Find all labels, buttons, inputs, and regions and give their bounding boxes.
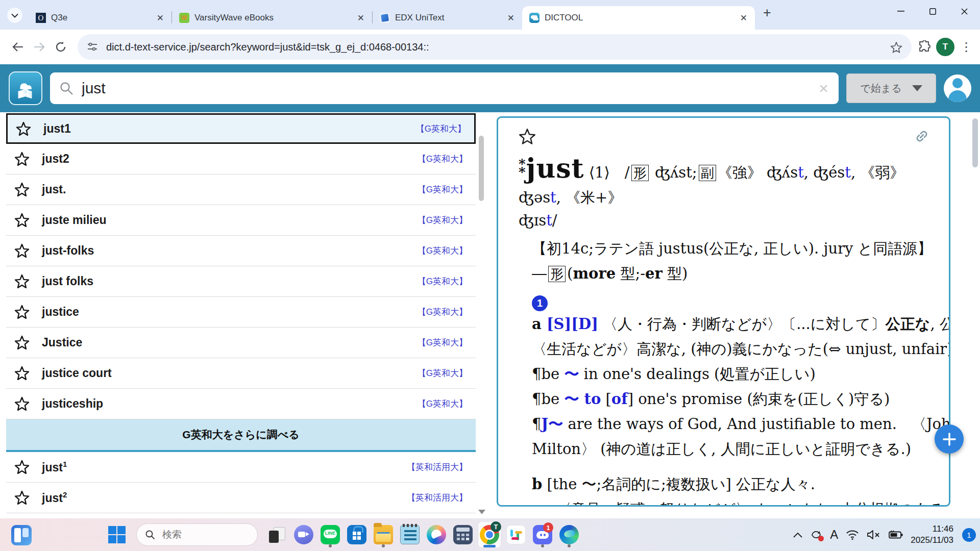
dictool-logo-icon[interactable] xyxy=(9,71,42,105)
volume-muted-icon[interactable] xyxy=(867,530,880,540)
taskbar-app-slack[interactable] xyxy=(504,521,528,548)
bookmark-star-icon[interactable] xyxy=(890,41,902,53)
window-minimize-button[interactable] xyxy=(885,0,917,22)
add-button[interactable] xyxy=(935,424,964,454)
taskbar-search-box[interactable] xyxy=(136,523,258,546)
taskbar-app-chrome[interactable]: T xyxy=(478,521,501,548)
word-list-item[interactable]: justice court【G英和大】 xyxy=(6,358,476,389)
notepad-icon xyxy=(400,525,420,544)
search-mode-label: で始まる xyxy=(860,82,901,95)
forward-button[interactable] xyxy=(29,36,50,58)
taskbar-app-line[interactable] xyxy=(318,521,342,548)
taskbar-app-teams-chat[interactable] xyxy=(292,521,315,548)
tab-close-icon[interactable]: ✕ xyxy=(355,12,367,24)
favorite-entry-star-icon[interactable] xyxy=(519,128,536,145)
tab-close-icon[interactable]: ✕ xyxy=(738,12,750,24)
window-controls xyxy=(885,0,980,22)
browser-profile-avatar[interactable]: T xyxy=(936,38,954,56)
tab-search-button[interactable] xyxy=(7,8,22,23)
favorite-star-icon[interactable] xyxy=(14,335,30,350)
favorite-star-icon[interactable] xyxy=(14,243,30,258)
word-list-item[interactable]: just1【英和活用大】 xyxy=(6,452,476,483)
cloud-book-logo-icon xyxy=(14,77,37,100)
tab-title: EDX UniText xyxy=(395,13,500,23)
favorite-star-icon[interactable] xyxy=(14,182,30,197)
browser-tab-edx-unitext[interactable]: EDX UniText✕ xyxy=(373,6,522,30)
clear-search-icon[interactable]: × xyxy=(818,80,829,96)
favorite-star-icon[interactable] xyxy=(14,396,30,411)
taskbar-app-discord[interactable]: 1 xyxy=(531,521,554,548)
favorite-star-icon[interactable] xyxy=(14,460,30,474)
taskbar-app-file-explorer[interactable] xyxy=(372,521,395,548)
system-tray: A 11:46 2025/11/03 1 xyxy=(793,518,976,551)
dictionary-source-label: 【G英和大】 xyxy=(418,337,468,348)
word-list-item[interactable]: just1【G英和大】 xyxy=(6,113,476,144)
wifi-icon[interactable] xyxy=(846,530,859,540)
battery-icon[interactable] xyxy=(888,530,903,539)
browser-menu-button[interactable]: ⋮ xyxy=(960,40,973,54)
q3e-favicon-icon: O xyxy=(36,13,46,23)
favorite-star-icon[interactable] xyxy=(14,490,30,505)
dictionary-source-label: 【英和活用大】 xyxy=(407,492,468,504)
tab-close-icon[interactable]: ✕ xyxy=(154,12,166,24)
word-list-item[interactable]: just2【G英和大】 xyxy=(6,144,476,174)
window-maximize-button[interactable] xyxy=(917,0,948,22)
word-list-item[interactable]: justiceship【G英和大】 xyxy=(6,389,476,419)
page-scrollbar[interactable] xyxy=(971,114,979,516)
notification-badge[interactable]: 1 xyxy=(962,528,976,542)
word-list-scrollbar-thumb[interactable] xyxy=(479,136,484,201)
word-list-item[interactable]: just-folks【G英和大】 xyxy=(6,236,476,266)
search-more-section-button[interactable]: G英和大をさらに調べる xyxy=(6,419,476,452)
window-close-button[interactable] xyxy=(948,0,980,22)
favorite-star-icon[interactable] xyxy=(14,305,30,319)
new-tab-button[interactable]: + xyxy=(763,5,771,21)
entry-text-line: 1 xyxy=(532,287,929,312)
page-scrollbar-thumb[interactable] xyxy=(972,118,978,167)
reload-button[interactable] xyxy=(50,36,71,58)
taskbar-app-edge[interactable] xyxy=(557,521,581,548)
favorite-star-icon[interactable] xyxy=(14,274,30,289)
favorite-star-icon[interactable] xyxy=(16,121,31,136)
ime-mode-indicator[interactable]: A xyxy=(830,528,838,542)
user-avatar[interactable] xyxy=(944,74,971,102)
entry-text-line: 〈生活などが〉高潔な, (神の)義にかなった(⇔ unjust, unfair) xyxy=(532,337,929,362)
favorite-star-icon[interactable] xyxy=(14,152,30,166)
entry-link-icon[interactable] xyxy=(914,129,929,144)
start-button[interactable] xyxy=(105,521,129,548)
taskbar-app-copilot[interactable] xyxy=(425,521,448,548)
search-icon xyxy=(59,81,74,95)
word-list-item[interactable]: justice【G英和大】 xyxy=(6,297,476,328)
sync-status-icon[interactable] xyxy=(810,529,822,540)
word-list-scrollbar[interactable] xyxy=(478,113,485,515)
taskbar-widgets-button[interactable] xyxy=(11,525,32,545)
dictionary-source-label: 【G英和大】 xyxy=(418,367,468,379)
word-label: just2 xyxy=(42,152,69,166)
search-input[interactable] xyxy=(81,79,818,97)
word-list-item[interactable]: juste milieu【G英和大】 xyxy=(6,205,476,236)
word-list-item[interactable]: just.【G英和大】 xyxy=(6,174,476,205)
entry-text-line: ¶be 〜 to [of] one's promise (約束を(正しく)守る) xyxy=(532,387,929,412)
taskbar-search-input[interactable] xyxy=(161,529,240,541)
taskbar-app-calculator[interactable] xyxy=(451,521,475,548)
tray-chevron-up-icon[interactable] xyxy=(793,532,802,538)
browser-tab-dictool[interactable]: DICTOOL✕ xyxy=(522,6,755,30)
taskbar-clock[interactable]: 11:46 2025/11/03 xyxy=(911,523,953,546)
word-label: Justice xyxy=(42,336,82,349)
dropdown-arrow-icon xyxy=(912,85,922,91)
favorite-star-icon[interactable] xyxy=(14,213,30,228)
browser-tab-q3e[interactable]: OQ3e✕ xyxy=(29,6,172,30)
word-list-item[interactable]: just2【英和活用大】 xyxy=(6,483,476,513)
browser-tab-varsitywave-ebooks[interactable]: WVarsityWave eBooks✕ xyxy=(172,6,372,30)
word-list-item[interactable]: Justice【G英和大】 xyxy=(6,328,476,358)
favorite-star-icon[interactable] xyxy=(14,366,30,381)
search-mode-dropdown[interactable]: で始まる xyxy=(846,73,936,103)
taskbar-app-microsoft-store[interactable] xyxy=(345,521,369,548)
word-list-scroll-down-icon[interactable] xyxy=(478,510,485,514)
extensions-icon[interactable] xyxy=(918,40,931,54)
tab-close-icon[interactable]: ✕ xyxy=(505,12,517,24)
taskbar-app-notepad[interactable] xyxy=(398,521,422,548)
back-button[interactable] xyxy=(7,36,29,58)
taskbar-app-task-view[interactable] xyxy=(265,521,289,548)
word-list-item[interactable]: just folks【G英和大】 xyxy=(6,266,476,297)
url-bar[interactable]: dict.d-text-service.jp/search?keyword=ju… xyxy=(78,34,912,60)
